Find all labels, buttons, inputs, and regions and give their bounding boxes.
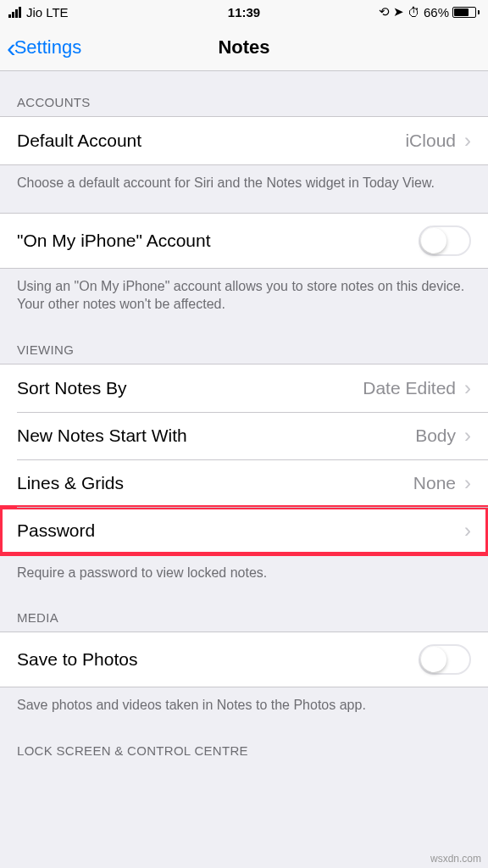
cell-label: Sort Notes By	[17, 378, 127, 398]
status-right: ⟲ ➤ ⏱ 66%	[379, 4, 480, 19]
chevron-right-icon: ›	[464, 424, 471, 448]
toggle-on-my-iphone[interactable]	[419, 225, 471, 256]
section-footer: Using an "On My iPhone" account allows y…	[0, 269, 488, 319]
battery-pct: 66%	[424, 5, 449, 19]
status-bar: Jio LTE 11:39 ⟲ ➤ ⏱ 66%	[0, 0, 488, 24]
carrier-label: Jio	[26, 5, 42, 19]
cell-value: Date Edited	[363, 378, 456, 398]
cell-sort-notes-by[interactable]: Sort Notes By Date Edited ›	[0, 364, 488, 412]
network-label: LTE	[46, 5, 68, 19]
cell-on-my-iphone[interactable]: "On My iPhone" Account	[0, 214, 488, 268]
cell-label: Lines & Grids	[17, 473, 124, 493]
cell-value: Body	[415, 426, 456, 446]
back-button[interactable]: ‹ Settings	[7, 34, 81, 61]
section-footer: Require a password to view locked notes.	[0, 555, 488, 587]
cell-label: Save to Photos	[17, 649, 137, 670]
section-header-media: MEDIA	[0, 587, 488, 632]
chevron-right-icon: ›	[464, 471, 471, 495]
cell-value: None	[413, 473, 456, 493]
status-time: 11:39	[228, 5, 260, 19]
section-footer: Choose a default account for Siri and th…	[0, 165, 488, 198]
section-header-viewing: VIEWING	[0, 319, 488, 364]
signal-icon	[8, 7, 21, 18]
cell-value: iCloud	[405, 131, 456, 151]
orientation-lock-icon: ⟲	[379, 4, 390, 19]
cell-password[interactable]: Password ›	[0, 507, 488, 554]
cell-label: Default Account	[17, 131, 141, 151]
section-footer: Save photos and videos taken in Notes to…	[0, 687, 488, 720]
cell-new-notes-start-with[interactable]: New Notes Start With Body ›	[0, 412, 488, 459]
watermark: wsxdn.com	[430, 853, 481, 865]
battery-icon	[452, 7, 480, 18]
cell-label: Password	[17, 520, 95, 541]
cell-label: "On My iPhone" Account	[17, 231, 211, 251]
section-header-lockcc: LOCK SCREEN & CONTROL CENTRE	[0, 720, 488, 765]
chevron-right-icon: ›	[464, 376, 471, 400]
content[interactable]: ACCOUNTS Default Account iCloud › Choose…	[0, 71, 488, 868]
cell-default-account[interactable]: Default Account iCloud ›	[0, 117, 488, 164]
page-title: Notes	[218, 36, 269, 58]
status-left: Jio LTE	[8, 5, 69, 19]
alarm-icon: ⏱	[408, 5, 420, 19]
chevron-right-icon: ›	[464, 519, 471, 542]
back-label: Settings	[14, 36, 82, 58]
toggle-save-to-photos[interactable]	[419, 644, 471, 675]
location-icon: ➤	[393, 4, 404, 19]
cell-label: New Notes Start With	[17, 426, 187, 446]
cell-lines-and-grids[interactable]: Lines & Grids None ›	[0, 459, 488, 507]
nav-bar: ‹ Settings Notes	[0, 24, 488, 71]
cell-save-to-photos[interactable]: Save to Photos	[0, 632, 488, 687]
chevron-right-icon: ›	[464, 129, 471, 153]
section-header-accounts: ACCOUNTS	[0, 71, 488, 116]
